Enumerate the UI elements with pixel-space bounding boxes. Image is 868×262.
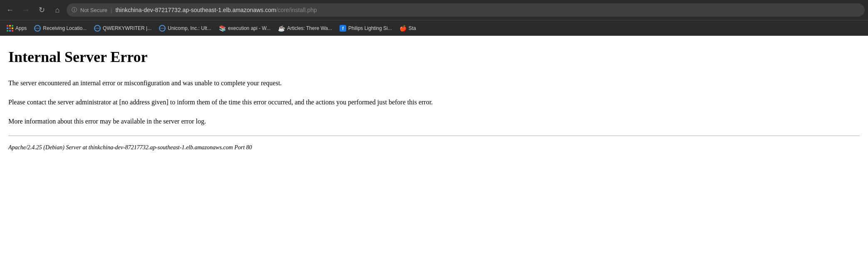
browser-chrome: ← → ↻ ⌂ ⓘ Not Secure | thinkchina-dev-87…: [0, 0, 868, 36]
apps-icon: [7, 25, 13, 32]
globe-icon-1: [34, 25, 41, 32]
refresh-button[interactable]: ↻: [35, 3, 48, 17]
error-paragraph-3: More information about this error may be…: [8, 116, 860, 126]
error-paragraph-1: The server encountered an internal error…: [8, 78, 860, 88]
apps-bookmark[interactable]: Apps: [3, 23, 30, 33]
bookmark-item-3[interactable]: Unicomp, Inc.: Ult...: [156, 23, 215, 33]
home-button[interactable]: ⌂: [51, 3, 64, 17]
globe-icon-2: [94, 25, 101, 32]
url-separator: |: [111, 7, 112, 13]
bookmark-item-7[interactable]: 🍎 Sta: [396, 23, 419, 33]
forward-button[interactable]: →: [19, 3, 32, 17]
apps-label: Apps: [15, 25, 27, 31]
back-button[interactable]: ←: [3, 3, 17, 17]
coffee-icon: ☕: [278, 25, 285, 32]
error-paragraph-2: Please contact the server administrator …: [8, 97, 860, 107]
bookmark-item-2[interactable]: QWERKYWRITER |...: [91, 23, 155, 33]
security-icon: ⓘ: [72, 6, 77, 14]
bookmark-label-3: Unicomp, Inc.: Ult...: [168, 25, 211, 31]
bookmarks-bar: Apps Receiving Locatio... QWERKYWRITER |…: [0, 20, 868, 36]
bookmark-label-5: Articles: There Wa...: [287, 25, 332, 31]
bookmark-item-6[interactable]: f Philips Lighting Si...: [336, 23, 395, 33]
error-divider: [8, 136, 860, 136]
error-title: Internal Server Error: [8, 48, 860, 66]
bookmark-item-5[interactable]: ☕ Articles: There Wa...: [275, 23, 335, 33]
error-body: The server encountered an internal error…: [8, 78, 860, 126]
bookmark-label-2: QWERKYWRITER |...: [103, 25, 151, 31]
bookmark-label-7: Sta: [409, 25, 416, 31]
bookmark-item-4[interactable]: 📚 execution api - W...: [216, 23, 274, 33]
security-label: Not Secure: [80, 7, 107, 13]
bookmark-label-4: execution api - W...: [228, 25, 270, 31]
apple-icon: 🍎: [399, 25, 407, 32]
bookmark-label-1: Receiving Locatio...: [43, 25, 87, 31]
bookmark-item-1[interactable]: Receiving Locatio...: [31, 23, 90, 33]
bookmark-label-6: Philips Lighting Si...: [348, 25, 392, 31]
error-footer: Apache/2.4.25 (Debian) Server at thinkch…: [8, 144, 860, 151]
url-display: thinkchina-dev-87217732.ap-southeast-1.e…: [115, 7, 860, 13]
facebook-icon: f: [340, 25, 346, 32]
address-bar[interactable]: ⓘ Not Secure | thinkchina-dev-87217732.a…: [67, 3, 865, 17]
page-content: Internal Server Error The server encount…: [0, 36, 868, 252]
nav-bar: ← → ↻ ⌂ ⓘ Not Secure | thinkchina-dev-87…: [0, 0, 868, 20]
book-icon: 📚: [219, 25, 226, 32]
globe-icon-3: [159, 25, 166, 32]
